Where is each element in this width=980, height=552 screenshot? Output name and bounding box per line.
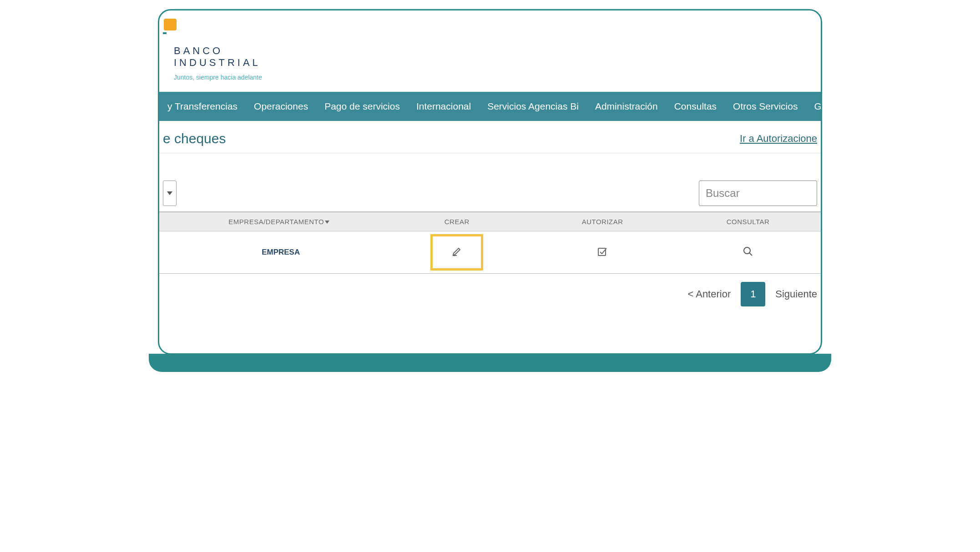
nav-otros-servicios[interactable]: Otros Servicios [725, 101, 806, 112]
autorizar-button[interactable] [597, 251, 608, 258]
consultar-button[interactable] [743, 251, 753, 258]
pagination: < Anterior 1 Siguiente [159, 274, 821, 310]
pagination-prev[interactable]: < Anterior [687, 288, 731, 300]
brand-line-1: BANCO [174, 45, 817, 57]
chevron-down-icon [167, 191, 172, 195]
brand-line-2: INDUSTRIAL [174, 57, 817, 69]
col-empresa[interactable]: EMPRESA/DEPARTAMENTO [159, 212, 384, 231]
page-title: e cheques [163, 131, 226, 146]
page-size-dropdown[interactable] [163, 181, 177, 206]
device-base [149, 354, 831, 372]
col-empresa-label: EMPRESA/DEPARTAMENTO [228, 218, 324, 226]
controls-row [159, 181, 821, 211]
nav-ge-truncated[interactable]: Ge [806, 101, 821, 112]
nav-administracion[interactable]: Administración [587, 101, 666, 112]
svg-line-3 [749, 253, 752, 256]
crear-button[interactable] [451, 246, 462, 259]
brand-tagline: Juntos, siempre hacia adelante [174, 74, 817, 81]
table-row: EMPRESA [159, 231, 821, 273]
col-consultar: CONSULTAR [675, 212, 821, 231]
nav-pago-servicios[interactable]: Pago de servicios [316, 101, 408, 112]
logo-area: BANCO INDUSTRIAL Juntos, siempre hacia a… [159, 34, 821, 92]
svg-point-2 [744, 247, 750, 254]
nav-transferencias[interactable]: y Transferencias [159, 101, 246, 112]
page-body: e cheques Ir a Autorizacione EMPRESA/DEP… [159, 121, 821, 310]
nav-operaciones[interactable]: Operaciones [246, 101, 316, 112]
data-table: EMPRESA/DEPARTAMENTO CREAR AUTORIZAR CON… [159, 211, 821, 274]
device-frame: BANCO INDUSTRIAL Juntos, siempre hacia a… [158, 9, 822, 372]
checkbox-icon [597, 246, 608, 257]
nav-consultas[interactable]: Consultas [666, 101, 725, 112]
browser-tab[interactable] [164, 19, 177, 30]
table-header-row: EMPRESA/DEPARTAMENTO CREAR AUTORIZAR CON… [159, 212, 821, 231]
pagination-current[interactable]: 1 [741, 282, 765, 306]
col-crear: CREAR [384, 212, 530, 231]
nav-servicios-agencias[interactable]: Servicios Agencias Bi [479, 101, 587, 112]
page-header-row: e cheques Ir a Autorizacione [159, 121, 821, 153]
pencil-icon [451, 246, 462, 257]
col-autorizar: AUTORIZAR [530, 212, 675, 231]
nav-internacional[interactable]: Internacional [408, 101, 479, 112]
row-empresa-label: EMPRESA [163, 248, 380, 257]
search-input[interactable] [699, 181, 817, 206]
crear-highlight [430, 234, 483, 271]
pagination-next[interactable]: Siguiente [775, 288, 817, 300]
browser-chrome [159, 10, 821, 34]
sort-down-icon [325, 221, 329, 224]
magnifier-icon [743, 246, 753, 257]
autorizaciones-link[interactable]: Ir a Autorizacione [740, 133, 817, 145]
svg-rect-1 [598, 248, 606, 256]
screen: BANCO INDUSTRIAL Juntos, siempre hacia a… [158, 9, 822, 355]
main-nav: y Transferencias Operaciones Pago de ser… [159, 92, 821, 121]
